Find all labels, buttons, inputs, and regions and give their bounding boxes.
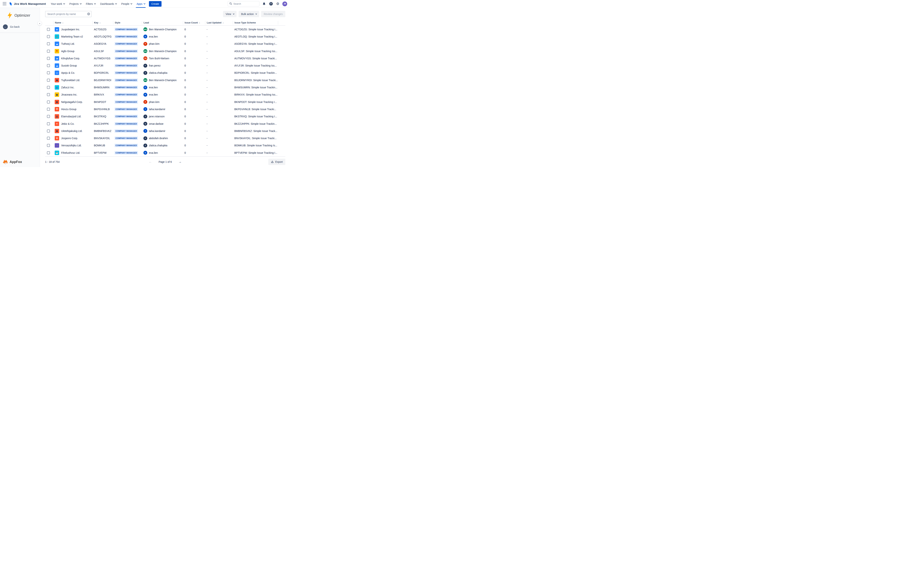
bulk-action-button[interactable]: Bulk action [239, 11, 259, 17]
jira-brand[interactable]: Jira Work Management [9, 2, 46, 6]
project-name[interactable]: Tuthooj Ltd. [61, 42, 75, 45]
project-name[interactable]: Kihujlufuw Corp. [61, 57, 80, 60]
project-lead: Zzlatica.chalupka [142, 144, 183, 148]
sidebar-app-title: Optimizer [14, 13, 30, 18]
go-back-button[interactable]: ← Go back [0, 23, 40, 32]
user-avatar[interactable]: JR [282, 2, 287, 6]
nav-item-people[interactable]: People [121, 0, 132, 8]
project-name[interactable]: Marketing Team v2 [61, 35, 83, 38]
column-header-last-updated[interactable]: Last Updated▲▼ [205, 21, 233, 24]
optimizer-brand: Optimizer [0, 8, 40, 23]
next-page-arrow-icon[interactable]: → [178, 160, 182, 164]
project-key: BIRKIVX [92, 93, 113, 96]
project-name[interactable]: Jebiz & Co. [61, 122, 74, 125]
row-checkbox[interactable] [47, 71, 50, 74]
project-name[interactable]: Apoju & Co. [61, 71, 75, 74]
row-checkbox[interactable] [47, 101, 50, 103]
table-row: ◉Uletefojakukig Ltd.BMBNFBSVKZCOMPANY MA… [45, 127, 285, 134]
row-checkbox[interactable] [47, 93, 50, 96]
prev-page-arrow-icon[interactable]: ← [149, 160, 152, 164]
table-row: ⚒Hovzu GroupBKPGVHNLBCOMPANY MANAGEDTtah… [45, 106, 285, 113]
nav-item-dashboards[interactable]: Dashboards [100, 0, 116, 8]
sidebar: ‹ Optimizer ← Go back AppFox [0, 8, 40, 167]
issue-type-scheme: BDPIORCRL: Simple Issue Trackin... [233, 71, 278, 74]
column-label: Key [94, 21, 98, 24]
create-button[interactable]: Create [149, 1, 162, 7]
lead-avatar: BW [143, 49, 147, 53]
clear-search-icon[interactable]: ✕ [87, 12, 90, 15]
project-search-input[interactable] [45, 11, 92, 17]
project-name[interactable]: Vensazofojku Ltd. [61, 144, 82, 147]
sort-arrows-icon: ▲▼ [62, 22, 63, 24]
row-checkbox[interactable] [47, 64, 50, 67]
project-key: BMBNFBSVKZ [92, 130, 113, 133]
help-icon[interactable]: ? [269, 2, 273, 6]
nav-item-projects[interactable]: Projects [69, 0, 81, 8]
project-name[interactable]: Juupobejani Inc. [61, 28, 80, 31]
project-name[interactable]: Tujifunekbel Ltd. [61, 79, 80, 82]
project-name[interactable]: Susiok Group [61, 64, 77, 67]
lead-avatar: E [143, 151, 147, 155]
row-checkbox[interactable] [47, 57, 50, 60]
row-checkbox[interactable] [47, 50, 50, 53]
project-key: BKSTRXQ [92, 115, 113, 118]
issue-type-scheme: ASOEGYA: Simple Issue Tracking I... [233, 42, 278, 45]
project-name[interactable]: Hovzu Group [61, 108, 76, 111]
row-checkbox[interactable] [47, 35, 50, 38]
row-checkbox[interactable] [47, 28, 50, 31]
project-name[interactable]: Zafuczi Inc. [61, 86, 74, 89]
column-header-key[interactable]: Key▲▼ [92, 21, 113, 24]
row-checkbox[interactable] [47, 86, 50, 89]
column-header-name[interactable]: Name▲▼ [53, 21, 92, 24]
column-header-issue-count[interactable]: Issue Count▲▼ [183, 21, 205, 24]
issue-count: 0 [183, 151, 205, 154]
avatar-phone-icon: ☺ [55, 71, 59, 75]
row-checkbox[interactable] [47, 151, 50, 154]
lead-name: taha.kandamir [149, 130, 165, 133]
row-checkbox[interactable] [47, 144, 50, 147]
issue-count: 0 [183, 93, 205, 96]
project-key: BKNPDDT [92, 101, 113, 103]
project-name[interactable]: Josjanro Corp. [61, 137, 78, 140]
row-checkbox[interactable] [47, 108, 50, 111]
issue-count: 0 [183, 130, 205, 133]
row-checkbox[interactable] [47, 79, 50, 82]
row-checkbox[interactable] [47, 115, 50, 118]
project-name[interactable]: Etamubazjod Ltd. [61, 115, 81, 118]
settings-gear-icon[interactable]: ⚙ [276, 2, 280, 6]
project-lead: Pphan.kim [142, 100, 183, 104]
project-name[interactable]: Jinaceara Inc. [61, 93, 77, 96]
column-header-checkbox [45, 21, 53, 24]
project-search: ✕ [45, 11, 92, 17]
sidebar-collapse-button[interactable]: ‹ [38, 21, 42, 26]
wrench-icon: ⚒ [55, 107, 59, 112]
column-label: Name [55, 21, 61, 24]
column-label: Style [115, 21, 120, 24]
lead-avatar: J [143, 115, 147, 118]
row-checkbox[interactable] [47, 122, 50, 125]
lead-name: Ben Warwick-Champion [149, 79, 177, 82]
nav-item-your-work[interactable]: Your work [51, 0, 65, 8]
project-name[interactable]: Fiheluohvuc Ltd. [61, 151, 80, 154]
project-name[interactable]: Uletefojakukig Ltd. [61, 130, 82, 133]
project-name[interactable]: Nelgutagaful Corp. [61, 101, 83, 103]
nav-item-apps[interactable]: Apps [137, 0, 145, 8]
review-changes-button[interactable]: Review changes [261, 11, 285, 17]
export-button[interactable]: Export [268, 159, 285, 165]
row-checkbox[interactable] [47, 42, 50, 45]
issue-type-scheme: BOMKUB: Simple Issue Tracking Is... [233, 144, 278, 147]
row-checkbox[interactable] [47, 137, 50, 140]
notifications-bell-icon[interactable] [262, 2, 266, 6]
global-search-input[interactable] [228, 1, 260, 6]
nav-item-filters[interactable]: Filters [86, 0, 95, 8]
project-name[interactable]: Agfo Group [61, 50, 74, 53]
project-key: BKPGVHNLB [92, 108, 113, 111]
code-window-icon: ▤ [55, 114, 59, 119]
style-badge: COMPANY MANAGED [115, 144, 138, 147]
issue-type-scheme: BKPGVHNLB: Simple Issue Tracki... [233, 108, 278, 111]
app-switcher-icon[interactable] [3, 2, 7, 6]
row-checkbox[interactable] [47, 130, 50, 133]
issue-count: 0 [183, 108, 205, 111]
last-updated: - [205, 35, 233, 38]
view-button[interactable]: View [223, 11, 237, 17]
